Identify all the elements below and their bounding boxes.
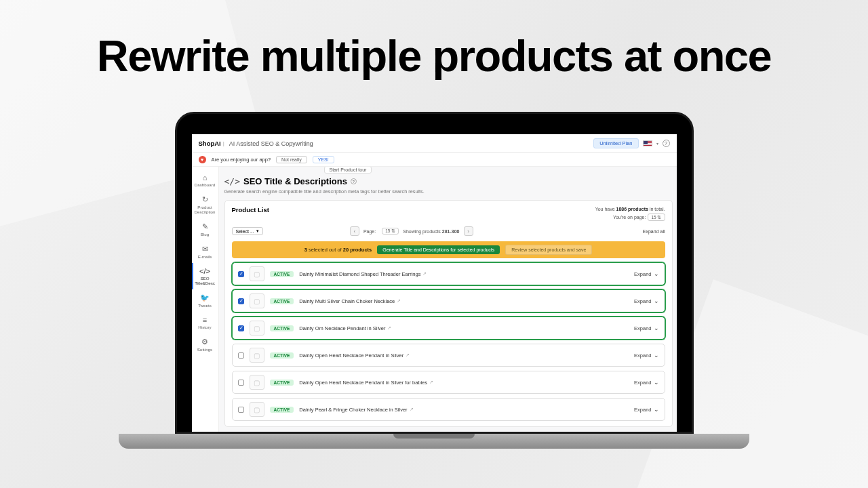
prev-page-button[interactable]: ‹ — [350, 226, 359, 236]
product-list-card: Product List You have 1086 products in t… — [224, 200, 673, 427]
sidebar: ⌂Dashboard ↻Product Description ✎Blog ✉E… — [192, 167, 219, 432]
expand-button[interactable]: Expand ⌄ — [634, 406, 658, 413]
external-link-icon[interactable]: ↗ — [422, 271, 427, 277]
not-really-button[interactable]: Not really — [276, 156, 307, 163]
gear-icon: ⚙ — [193, 338, 217, 346]
nav-tweets[interactable]: 🐦Tweets — [192, 289, 218, 312]
chevron-down-icon: ⌄ — [654, 298, 659, 304]
nav-blog[interactable]: ✎Blog — [192, 218, 218, 241]
checkbox[interactable] — [238, 271, 244, 277]
app-subtitle: AI Assisted SEO & Copywriting — [229, 140, 313, 147]
heart-icon: ♥ — [199, 156, 206, 163]
marketing-headline: Rewrite multiple products at once — [0, 0, 868, 95]
expand-all-button[interactable]: Expand all — [643, 229, 665, 234]
chevron-down-icon: ⌄ — [654, 379, 659, 386]
status-badge: ACTIVE — [270, 380, 294, 386]
selection-action-bar: 3 selected out of 20 products Generate T… — [232, 241, 665, 258]
plan-badge[interactable]: Unlimited Plan — [593, 138, 638, 148]
feedback-question: Are you enjoying our app? — [212, 157, 271, 163]
product-thumbnail: ▢ — [250, 348, 264, 363]
nav-history[interactable]: ≡History — [192, 312, 218, 333]
status-badge: ACTIVE — [270, 325, 294, 331]
nav-dashboard[interactable]: ⌂Dashboard — [192, 169, 218, 191]
product-name: Dainty Multi Silver Chain Choker Necklac… — [299, 298, 395, 304]
product-name: Dainty Om Necklace Pendant in Silver — [299, 325, 385, 331]
product-row[interactable]: ▢ACTIVEDainty Multi Silver Chain Choker … — [232, 289, 665, 312]
product-name: Dainty Pearl & Fringe Choker Necklace in… — [299, 407, 407, 413]
checkbox[interactable] — [238, 380, 244, 386]
nav-seo-title-desc[interactable]: </>SEO Title&Desc — [192, 263, 218, 289]
product-thumbnail: ▢ — [250, 293, 264, 308]
product-thumbnail: ▢ — [250, 375, 264, 390]
product-row[interactable]: ▢ACTIVEDainty Open Heart Necklace Pendan… — [232, 371, 665, 394]
checkbox[interactable] — [238, 325, 244, 331]
external-link-icon[interactable]: ↗ — [397, 298, 401, 304]
code-icon: </> — [224, 176, 240, 186]
nav-product-description[interactable]: ↻Product Description — [192, 191, 218, 218]
refresh-icon: ↻ — [193, 195, 217, 204]
page-title: </> SEO Title & Descriptions ? — [224, 176, 673, 186]
code-icon: </> — [193, 267, 217, 275]
edit-icon: ✎ — [193, 222, 217, 231]
external-link-icon[interactable]: ↗ — [429, 380, 433, 385]
chevron-down-icon: ⌄ — [654, 352, 659, 359]
laptop-mockup: ShopAI | AI Assisted SEO & Copywriting U… — [119, 112, 749, 471]
card-title: Product List — [232, 206, 269, 214]
nav-emails[interactable]: ✉E-mails — [192, 241, 218, 263]
flag-us-icon[interactable] — [643, 140, 652, 146]
help-icon[interactable]: ? — [663, 140, 670, 147]
mail-icon: ✉ — [193, 245, 217, 253]
product-row[interactable]: ▢ACTIVEDainty Open Heart Necklace Pendan… — [232, 344, 665, 367]
checkbox[interactable] — [238, 352, 244, 359]
chevron-down-icon: ⌄ — [654, 270, 659, 277]
status-badge: ACTIVE — [270, 271, 294, 277]
home-icon: ⌂ — [193, 174, 217, 182]
product-thumbnail: ▢ — [250, 321, 264, 336]
external-link-icon[interactable]: ↗ — [406, 352, 410, 358]
product-row[interactable]: ▢ACTIVEDainty Om Necklace Pendant in Sil… — [232, 317, 665, 340]
expand-button[interactable]: Expand ⌄ — [634, 325, 658, 331]
product-row[interactable]: ▢ACTIVEDainty Minimalist Diamond Shaped … — [232, 262, 665, 285]
chevron-down-icon: ⌄ — [654, 325, 659, 331]
chevron-down-icon: ▾ — [256, 228, 259, 234]
product-stats: You have 1086 products in total. You're … — [595, 206, 665, 221]
next-page-button[interactable]: › — [464, 226, 473, 236]
status-badge: ACTIVE — [270, 407, 294, 413]
review-save-button[interactable]: Review selected products and save — [505, 245, 592, 255]
page-number-input[interactable]: 15 ⇅ — [382, 228, 399, 235]
chevron-down-icon: ⌄ — [654, 406, 659, 413]
select-dropdown[interactable]: Select ...▾ — [232, 227, 263, 235]
expand-button[interactable]: Expand ⌄ — [634, 379, 658, 386]
list-icon: ≡ — [193, 316, 217, 324]
product-thumbnail: ▢ — [250, 402, 264, 417]
chevron-down-icon[interactable]: ▾ — [656, 141, 658, 146]
feedback-bar: ♥ Are you enjoying our app? Not really Y… — [192, 153, 677, 167]
generate-button[interactable]: Generate Title and Descriptions for sele… — [377, 245, 500, 254]
app-header: ShopAI | AI Assisted SEO & Copywriting U… — [192, 134, 677, 153]
product-name: Dainty Open Heart Necklace Pendant in Si… — [299, 380, 427, 386]
expand-button[interactable]: Expand ⌄ — [634, 270, 658, 277]
page-description: Generate search engine compatible title … — [224, 188, 673, 195]
status-badge: ACTIVE — [270, 298, 294, 304]
product-name: Dainty Minimalist Diamond Shaped Threade… — [299, 271, 420, 277]
product-name: Dainty Open Heart Necklace Pendant in Si… — [299, 352, 403, 359]
yes-button[interactable]: YES! — [313, 156, 334, 163]
info-icon[interactable]: ? — [351, 178, 357, 184]
checkbox[interactable] — [238, 298, 244, 304]
start-tour-button[interactable]: Start Product tour — [324, 167, 372, 174]
page-stepper[interactable]: 15 ⇅ — [648, 214, 665, 222]
twitter-icon: 🐦 — [193, 293, 217, 302]
external-link-icon[interactable]: ↗ — [410, 407, 414, 412]
expand-button[interactable]: Expand ⌄ — [634, 298, 658, 304]
product-thumbnail: ▢ — [250, 266, 264, 281]
expand-button[interactable]: Expand ⌄ — [634, 352, 658, 359]
app-logo: ShopAI — [199, 140, 221, 147]
product-row[interactable]: ▢ACTIVEDainty Pearl & Fringe Choker Neck… — [232, 398, 665, 421]
status-badge: ACTIVE — [270, 352, 294, 359]
checkbox[interactable] — [238, 407, 244, 413]
nav-settings[interactable]: ⚙Settings — [192, 333, 218, 356]
external-link-icon[interactable]: ↗ — [387, 325, 391, 331]
